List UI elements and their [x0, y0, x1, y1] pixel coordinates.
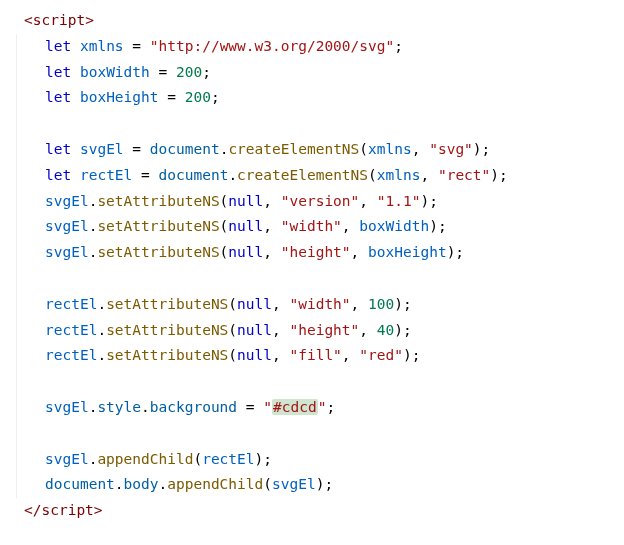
- code-line-5: [16, 111, 612, 137]
- token: ,: [263, 244, 280, 260]
- token: );: [316, 476, 333, 492]
- token: =: [167, 89, 176, 105]
- token: "red": [359, 347, 403, 363]
- token: );: [394, 296, 411, 312]
- token: );: [394, 322, 411, 338]
- token: );: [403, 347, 420, 363]
- token: xmlns: [368, 141, 412, 157]
- token: document: [159, 167, 229, 183]
- token: rectEl: [45, 296, 97, 312]
- token: svgEl: [272, 476, 316, 492]
- token: ,: [263, 218, 280, 234]
- token: setAttributeNS: [106, 322, 228, 338]
- token: [141, 38, 150, 54]
- token: >: [85, 12, 94, 28]
- token: "version": [281, 193, 360, 209]
- token: ,: [272, 296, 289, 312]
- token: [71, 89, 80, 105]
- code-line-13: rectEl.setAttributeNS(null, "height", 40…: [16, 318, 612, 344]
- token: ,: [351, 244, 368, 260]
- token: document: [45, 476, 115, 492]
- token: background: [150, 399, 237, 415]
- code-block: <script>let xmlns = "http://www.w3.org/2…: [12, 8, 612, 524]
- token: [150, 64, 159, 80]
- token: ,: [272, 322, 289, 338]
- token: <: [24, 12, 33, 28]
- token: null: [237, 296, 272, 312]
- token: let: [45, 89, 71, 105]
- token: body: [124, 476, 159, 492]
- token: .: [97, 347, 106, 363]
- token: (: [228, 322, 237, 338]
- token: .: [115, 476, 124, 492]
- token: xmlns: [377, 167, 421, 183]
- token: ,: [359, 193, 376, 209]
- token: ;: [326, 399, 335, 415]
- code-line-3: let boxWidth = 200;: [16, 60, 612, 86]
- token: [132, 167, 141, 183]
- token: ,: [272, 347, 289, 363]
- token: [255, 399, 264, 415]
- token: let: [45, 64, 71, 80]
- token: ,: [263, 193, 280, 209]
- token: let: [45, 141, 71, 157]
- token: "1.1": [377, 193, 421, 209]
- token: appendChild: [167, 476, 263, 492]
- token: .: [141, 399, 150, 415]
- token: ,: [359, 322, 376, 338]
- token: );: [447, 244, 464, 260]
- token: );: [473, 141, 490, 157]
- token: =: [141, 167, 150, 183]
- token: script: [33, 12, 85, 28]
- token: </: [24, 502, 41, 518]
- token: #cdcd: [272, 399, 318, 415]
- token: ;: [211, 89, 220, 105]
- token: rectEl: [45, 347, 97, 363]
- code-line-20: </script>: [12, 498, 612, 524]
- token: let: [45, 38, 71, 54]
- token: =: [246, 399, 255, 415]
- token: );: [490, 167, 507, 183]
- token: setAttributeNS: [97, 218, 219, 234]
- token: );: [255, 451, 272, 467]
- token: 200: [176, 64, 202, 80]
- token: null: [228, 193, 263, 209]
- token: );: [420, 193, 437, 209]
- token: [71, 38, 80, 54]
- token: null: [228, 244, 263, 260]
- code-line-7: let rectEl = document.createElementNS(xm…: [16, 163, 612, 189]
- token: [237, 399, 246, 415]
- token: (: [368, 167, 377, 183]
- token: .: [97, 322, 106, 338]
- code-line-12: rectEl.setAttributeNS(null, "width", 100…: [16, 292, 612, 318]
- token: script: [41, 502, 93, 518]
- token: "width": [289, 296, 350, 312]
- code-line-2: let xmlns = "http://www.w3.org/2000/svg"…: [16, 34, 612, 60]
- token: rectEl: [45, 322, 97, 338]
- code-line-6: let svgEl = document.createElementNS(xml…: [16, 137, 612, 163]
- token: >: [94, 502, 103, 518]
- token: createElementNS: [228, 141, 359, 157]
- token: "svg": [429, 141, 473, 157]
- token: ,: [342, 218, 359, 234]
- token: svgEl: [45, 244, 89, 260]
- token: [167, 64, 176, 80]
- token: .: [159, 476, 168, 492]
- code-line-10: svgEl.setAttributeNS(null, "height", box…: [16, 240, 612, 266]
- token: (: [228, 347, 237, 363]
- token: "rect": [438, 167, 490, 183]
- code-line-16: svgEl.style.background = "#cdcd";: [16, 395, 612, 421]
- token: "height": [281, 244, 351, 260]
- token: null: [228, 218, 263, 234]
- token: svgEl: [45, 218, 89, 234]
- token: style: [97, 399, 141, 415]
- token: =: [159, 64, 168, 80]
- code-line-1: <script>: [12, 8, 612, 34]
- code-line-18: svgEl.appendChild(rectEl);: [16, 447, 612, 473]
- token: svgEl: [45, 451, 89, 467]
- token: setAttributeNS: [97, 193, 219, 209]
- code-line-14: rectEl.setAttributeNS(null, "fill", "red…: [16, 343, 612, 369]
- token: [141, 141, 150, 157]
- token: (: [193, 451, 202, 467]
- token: ,: [342, 347, 359, 363]
